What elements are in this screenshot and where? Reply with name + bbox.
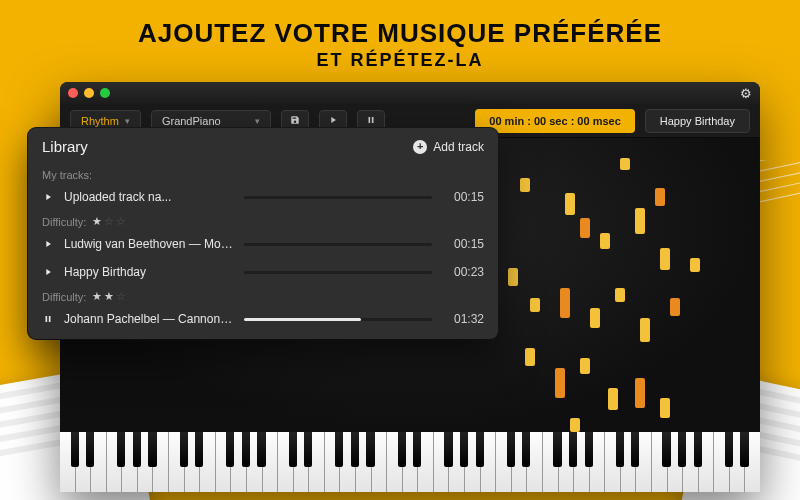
black-key[interactable]	[242, 432, 250, 467]
black-key[interactable]	[398, 432, 406, 467]
black-key[interactable]	[366, 432, 374, 467]
white-key[interactable]	[543, 432, 559, 492]
black-key[interactable]	[507, 432, 515, 467]
falling-note	[580, 218, 590, 238]
black-key[interactable]	[725, 432, 733, 467]
close-icon[interactable]	[68, 88, 78, 98]
white-key[interactable]	[496, 432, 512, 492]
play-icon[interactable]	[42, 239, 54, 249]
library-section-header: Difficulty: ★★☆	[28, 286, 498, 305]
track-name: Johann Pachelbel — Cannon in D...	[64, 312, 234, 326]
falling-note	[590, 308, 600, 328]
falling-note	[620, 158, 630, 170]
white-key[interactable]	[60, 432, 76, 492]
chevron-down-icon: ▾	[125, 116, 130, 126]
falling-note	[660, 398, 670, 418]
black-key[interactable]	[351, 432, 359, 467]
falling-note	[508, 268, 518, 286]
play-icon[interactable]	[42, 267, 54, 277]
black-key[interactable]	[180, 432, 188, 467]
black-key[interactable]	[335, 432, 343, 467]
track-name: Ludwig van Beethoven — Moonli...	[64, 237, 234, 251]
falling-note	[655, 188, 665, 206]
white-key[interactable]	[387, 432, 403, 492]
black-key[interactable]	[522, 432, 530, 467]
track-duration: 00:15	[442, 190, 484, 204]
black-key[interactable]	[631, 432, 639, 467]
play-icon[interactable]	[42, 192, 54, 202]
sound-label: GrandPiano	[162, 115, 221, 127]
black-key[interactable]	[740, 432, 748, 467]
falling-note	[640, 318, 650, 342]
black-key[interactable]	[71, 432, 79, 467]
black-key[interactable]	[694, 432, 702, 467]
white-key[interactable]	[325, 432, 341, 492]
black-key[interactable]	[662, 432, 670, 467]
black-key[interactable]	[413, 432, 421, 467]
black-key[interactable]	[133, 432, 141, 467]
black-key[interactable]	[678, 432, 686, 467]
falling-note	[525, 348, 535, 366]
black-key[interactable]	[444, 432, 452, 467]
falling-note	[635, 378, 645, 408]
zoom-icon[interactable]	[100, 88, 110, 98]
track-duration: 00:23	[442, 265, 484, 279]
track-progress[interactable]	[244, 318, 432, 321]
falling-note	[660, 248, 670, 270]
library-track-row[interactable]: Uploaded track na...00:15	[28, 183, 498, 211]
white-key[interactable]	[434, 432, 450, 492]
track-progress[interactable]	[244, 243, 432, 246]
black-key[interactable]	[476, 432, 484, 467]
difficulty-stars: ★★☆	[92, 290, 128, 303]
library-track-row[interactable]: Johann Pachelbel — Cannon in D...01:32	[28, 305, 498, 333]
white-key[interactable]	[107, 432, 123, 492]
settings-button[interactable]: ⚙	[740, 86, 752, 101]
black-key[interactable]	[148, 432, 156, 467]
black-key[interactable]	[616, 432, 624, 467]
black-key[interactable]	[569, 432, 577, 467]
falling-note	[635, 208, 645, 234]
white-key[interactable]	[216, 432, 232, 492]
track-duration: 00:15	[442, 237, 484, 251]
marketing-subhead: ET RÉPÉTEZ-LA	[0, 50, 800, 71]
falling-note	[690, 258, 700, 272]
white-key[interactable]	[652, 432, 668, 492]
gear-icon: ⚙	[740, 86, 752, 101]
minimize-icon[interactable]	[84, 88, 94, 98]
black-key[interactable]	[226, 432, 234, 467]
black-key[interactable]	[460, 432, 468, 467]
library-track-row[interactable]: Happy Birthday00:23	[28, 258, 498, 286]
falling-note	[670, 298, 680, 316]
black-key[interactable]	[257, 432, 265, 467]
pause-icon[interactable]	[42, 314, 54, 324]
falling-note	[580, 358, 590, 374]
track-progress[interactable]	[244, 196, 432, 199]
falling-note	[555, 368, 565, 398]
falling-note	[615, 288, 625, 302]
add-track-label: Add track	[433, 140, 484, 154]
window-controls	[68, 88, 110, 98]
track-progress[interactable]	[244, 271, 432, 274]
save-icon	[290, 115, 300, 127]
black-key[interactable]	[117, 432, 125, 467]
black-key[interactable]	[585, 432, 593, 467]
white-key[interactable]	[169, 432, 185, 492]
library-track-row[interactable]: Ludwig van Beethoven — Moonli...00:15	[28, 230, 498, 258]
falling-note	[565, 193, 575, 215]
falling-note	[570, 418, 580, 432]
track-name: Happy Birthday	[64, 265, 234, 279]
black-key[interactable]	[289, 432, 297, 467]
black-key[interactable]	[195, 432, 203, 467]
black-key[interactable]	[304, 432, 312, 467]
black-key[interactable]	[553, 432, 561, 467]
library-popover: Library + Add track My tracks:Uploaded t…	[28, 128, 498, 339]
white-key[interactable]	[714, 432, 730, 492]
black-key[interactable]	[86, 432, 94, 467]
white-key[interactable]	[278, 432, 294, 492]
marketing-headline: AJOUTEZ VOTRE MUSIQUE PRÉFÉRÉE	[0, 18, 800, 49]
pause-icon	[366, 115, 376, 127]
white-key[interactable]	[605, 432, 621, 492]
piano-keyboard[interactable]	[60, 432, 760, 492]
add-track-button[interactable]: + Add track	[413, 140, 484, 154]
now-playing-label: Happy Birthday	[645, 109, 750, 133]
